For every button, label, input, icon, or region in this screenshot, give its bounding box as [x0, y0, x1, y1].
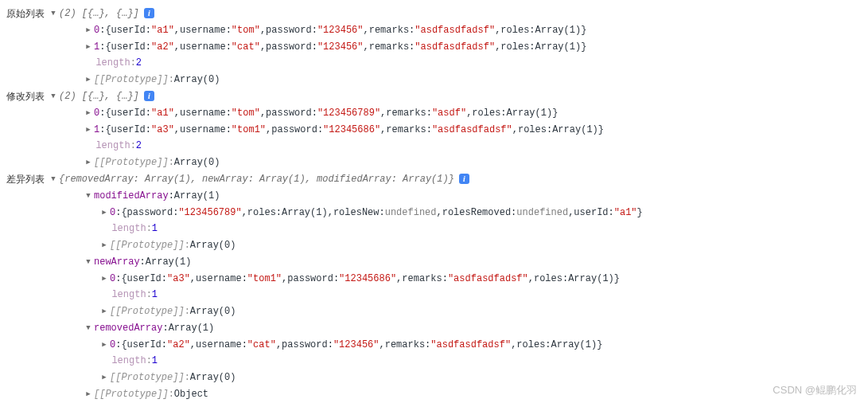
expand-toggle[interactable]	[49, 5, 57, 22]
property-key: removedArray	[94, 320, 162, 336]
expand-toggle[interactable]	[100, 237, 108, 253]
object-value: "a2"	[151, 39, 174, 55]
object-key: roles:	[534, 271, 568, 287]
object-value: "asdfasdfadsf"	[448, 271, 528, 287]
property-row: newArray: Array(1)	[6, 253, 862, 270]
array-index: 0	[110, 205, 115, 221]
length-row: length: 1	[6, 353, 862, 369]
prototype-value: Array(0)	[190, 237, 236, 253]
expand-toggle[interactable]	[84, 253, 92, 270]
prototype-row: [[Prototype]]: Array(0)	[6, 71, 862, 88]
object-key: userId:	[574, 205, 613, 221]
length-row: length: 2	[6, 138, 862, 154]
object-value: "asdf"	[432, 105, 466, 121]
object-key: userId:	[111, 22, 151, 38]
section-label: 差异列表	[6, 171, 45, 187]
object-value: "a2"	[167, 337, 190, 353]
object-value: "asdfasdfadsf"	[415, 22, 495, 38]
object-value: "123456"	[317, 39, 364, 55]
section-label: 原始列表	[6, 6, 45, 22]
info-icon[interactable]: i	[144, 8, 154, 18]
object-value: Array(1)	[535, 22, 582, 38]
object-value: Array(1)	[282, 205, 328, 221]
object-key: userId:	[111, 39, 151, 55]
expand-toggle[interactable]	[84, 38, 92, 55]
prototype-row: [[Prototype]]: Array(0)	[6, 154, 862, 170]
object-key: password:	[287, 271, 339, 287]
object-key: remarks:	[386, 105, 432, 121]
object-key: roles:	[518, 122, 552, 138]
prototype-row: [[Prototype]]: Array(0)	[6, 303, 862, 319]
prototype-row: [[Prototype]]: Array(0)	[6, 237, 862, 253]
object-key: userId:	[127, 337, 167, 353]
expand-toggle[interactable]	[84, 187, 92, 204]
expand-toggle[interactable]	[84, 154, 92, 170]
expand-toggle[interactable]	[84, 71, 92, 88]
object-value: undefined	[385, 205, 437, 221]
object-value: "a1"	[151, 22, 174, 38]
object-value: "123456789"	[178, 205, 241, 221]
prototype-value: Array(0)	[174, 72, 220, 88]
prototype-key: [[Prototype]]	[110, 303, 185, 319]
expand-toggle[interactable]	[100, 336, 108, 353]
property-value: Array(1)	[174, 188, 220, 204]
length-value: 1	[152, 353, 158, 369]
length-value: 2	[136, 55, 142, 71]
array-item: 0: {password: "123456789", roles: Array(…	[6, 204, 862, 221]
object-value: "cat"	[247, 337, 276, 353]
object-value: "a1"	[151, 105, 174, 121]
array-item: 1: {userId: "a2", username: "cat", passw…	[6, 38, 862, 55]
object-value: "asdfasdfadsf"	[415, 39, 495, 55]
prototype-value: Object	[174, 386, 208, 402]
object-value: "a1"	[614, 205, 637, 221]
array-summary: (2) [{…}, {…}]	[59, 6, 139, 22]
length-key: length	[95, 55, 130, 71]
info-icon[interactable]: i	[459, 174, 469, 184]
array-item: 1: {userId: "a3", username: "tom1", pass…	[6, 121, 862, 138]
expand-toggle[interactable]	[100, 270, 108, 287]
length-value: 2	[136, 138, 142, 154]
prototype-value: Array(0)	[174, 155, 220, 170]
expand-toggle[interactable]	[49, 170, 57, 187]
expand-toggle[interactable]	[100, 303, 108, 319]
object-value: "123456789"	[317, 105, 380, 121]
prototype-key: [[Prototype]]	[94, 155, 169, 170]
object-key: remarks:	[369, 39, 415, 55]
property-key: newArray	[94, 254, 140, 270]
object-key: roles:	[500, 22, 535, 38]
expand-toggle[interactable]	[84, 319, 92, 336]
array-item: 0: {userId: "a1", username: "tom", passw…	[6, 104, 862, 121]
object-value: Array(1)	[507, 105, 553, 121]
object-value: "a3"	[167, 271, 190, 287]
object-value: "asdfasdfadsf"	[432, 122, 512, 138]
property-key: modifiedArray	[94, 188, 169, 204]
prototype-value: Array(0)	[190, 303, 236, 319]
length-value: 1	[152, 221, 158, 237]
expand-toggle[interactable]	[49, 88, 57, 104]
section-header: 差异列表{removedArray: Array(1), newArray: A…	[6, 170, 862, 187]
expand-toggle[interactable]	[84, 104, 92, 121]
length-key: length	[111, 221, 146, 237]
property-row: modifiedArray: Array(1)	[6, 187, 862, 204]
object-key: username:	[196, 271, 247, 287]
length-row: length: 1	[6, 221, 862, 237]
expand-toggle[interactable]	[100, 369, 108, 385]
length-row: length: 1	[6, 287, 862, 303]
object-value: Array(1)	[551, 337, 597, 353]
array-item: 0: {userId: "a3", username: "tom1", pass…	[6, 270, 862, 287]
prototype-key: [[Prototype]]	[94, 386, 169, 402]
object-key: password:	[266, 39, 317, 55]
object-value: undefined	[516, 205, 568, 221]
object-key: userId:	[111, 105, 151, 121]
prototype-row: [[Prototype]]: Array(0)	[6, 369, 862, 385]
section-label: 修改列表	[6, 88, 45, 104]
expand-toggle[interactable]	[84, 385, 92, 402]
expand-toggle[interactable]	[84, 22, 92, 38]
info-icon[interactable]: i	[144, 91, 154, 101]
object-key: remarks:	[369, 22, 415, 38]
object-value: "tom1"	[232, 122, 266, 138]
object-key: remarks:	[386, 122, 432, 138]
expand-toggle[interactable]	[84, 121, 92, 138]
length-value: 1	[152, 287, 158, 303]
expand-toggle[interactable]	[100, 204, 108, 221]
